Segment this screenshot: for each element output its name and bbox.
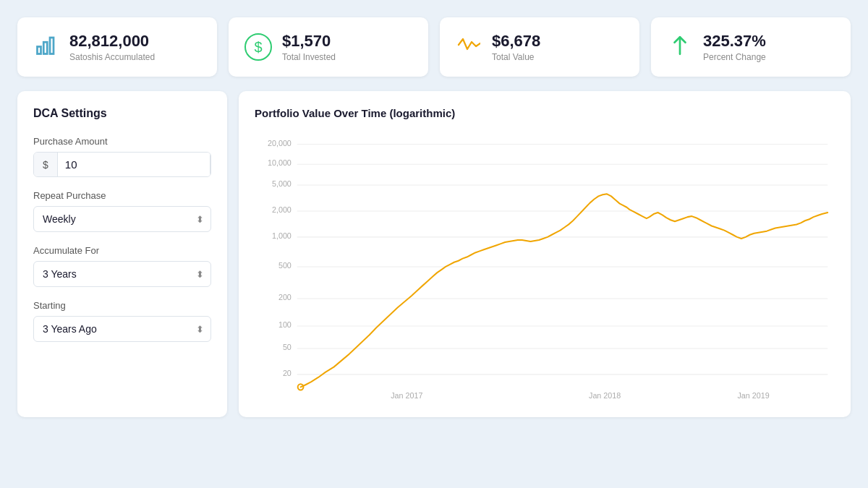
accumulate-select[interactable]: 1 Year 2 Years 3 Years 5 Years 10 Years xyxy=(33,261,211,287)
svg-text:20,000: 20,000 xyxy=(268,139,292,147)
svg-text:50: 50 xyxy=(283,343,292,351)
accumulate-for-group: Accumulate For 1 Year 2 Years 3 Years 5 … xyxy=(33,245,211,287)
purchase-amount-input-group: $ .00 xyxy=(33,152,211,177)
svg-text:1,000: 1,000 xyxy=(272,231,292,240)
settings-title: DCA Settings xyxy=(33,107,211,120)
svg-text:10,000: 10,000 xyxy=(268,158,292,167)
stat-cards-row: 82,812,000 Satoshis Accumulated $ $1,570… xyxy=(17,17,851,77)
total-value-label: Total Value xyxy=(492,52,540,62)
total-value-card: $6,678 Total Value xyxy=(440,17,639,77)
repeat-purchase-label: Repeat Purchase xyxy=(33,190,211,201)
svg-rect-1 xyxy=(43,42,47,53)
purchase-amount-group: Purchase Amount $ .00 xyxy=(33,136,211,177)
svg-text:Jan 2019: Jan 2019 xyxy=(737,391,769,400)
cents-suffix: .00 xyxy=(210,153,211,176)
satoshis-card: 82,812,000 Satoshis Accumulated xyxy=(17,17,217,77)
svg-text:500: 500 xyxy=(278,261,292,270)
starting-group: Starting 1 Year Ago 2 Years Ago 3 Years … xyxy=(33,300,211,342)
main-row: DCA Settings Purchase Amount $ .00 Repea… xyxy=(17,91,851,417)
total-value-value: $6,678 xyxy=(492,32,540,51)
repeat-select-wrap: Weekly Daily Monthly ⬍ xyxy=(33,206,211,232)
satoshis-value: 82,812,000 xyxy=(69,32,155,51)
arrow-up-icon xyxy=(667,34,693,61)
svg-text:20: 20 xyxy=(283,369,292,377)
purchase-amount-label: Purchase Amount xyxy=(33,136,211,147)
total-invested-card: $ $1,570 Total Invested xyxy=(229,17,428,77)
accumulate-select-wrap: 1 Year 2 Years 3 Years 5 Years 10 Years … xyxy=(33,261,211,287)
total-invested-value: $1,570 xyxy=(282,32,336,51)
portfolio-chart-svg: 20,000 10,000 5,000 2,000 1,000 500 200 … xyxy=(255,131,835,406)
percent-change-label: Percent Change xyxy=(703,52,766,62)
dca-settings-panel: DCA Settings Purchase Amount $ .00 Repea… xyxy=(17,91,227,417)
starting-label: Starting xyxy=(33,300,211,311)
starting-select[interactable]: 1 Year Ago 2 Years Ago 3 Years Ago 5 Yea… xyxy=(33,316,211,342)
total-invested-label: Total Invested xyxy=(282,52,336,62)
starting-select-wrap: 1 Year Ago 2 Years Ago 3 Years Ago 5 Yea… xyxy=(33,316,211,342)
percent-change-value: 325.37% xyxy=(703,32,766,51)
svg-rect-0 xyxy=(38,46,41,53)
chart-line xyxy=(301,194,828,388)
chart-area: 20,000 10,000 5,000 2,000 1,000 500 200 … xyxy=(255,131,835,406)
chart-title: Portfolio Value Over Time (logarithmic) xyxy=(255,107,835,119)
svg-rect-2 xyxy=(50,38,54,54)
svg-text:5,000: 5,000 xyxy=(272,179,292,188)
accumulate-label: Accumulate For xyxy=(33,245,211,256)
repeat-select[interactable]: Weekly Daily Monthly xyxy=(33,206,211,232)
svg-text:200: 200 xyxy=(278,293,292,301)
svg-text:2,000: 2,000 xyxy=(272,205,292,214)
svg-text:Jan 2017: Jan 2017 xyxy=(391,391,422,400)
dollar-icon: $ xyxy=(244,33,272,61)
chart-panel: Portfolio Value Over Time (logarithmic) … xyxy=(239,91,851,417)
activity-icon xyxy=(456,35,482,59)
svg-text:100: 100 xyxy=(278,320,292,329)
satoshis-label: Satoshis Accumulated xyxy=(69,52,155,62)
percent-change-card: 325.37% Percent Change xyxy=(651,17,851,77)
bar-chart-icon xyxy=(33,34,59,61)
repeat-purchase-group: Repeat Purchase Weekly Daily Monthly ⬍ xyxy=(33,190,211,232)
svg-text:Jan 2018: Jan 2018 xyxy=(589,391,621,400)
dollar-prefix: $ xyxy=(34,153,58,176)
purchase-amount-input[interactable] xyxy=(58,153,210,176)
